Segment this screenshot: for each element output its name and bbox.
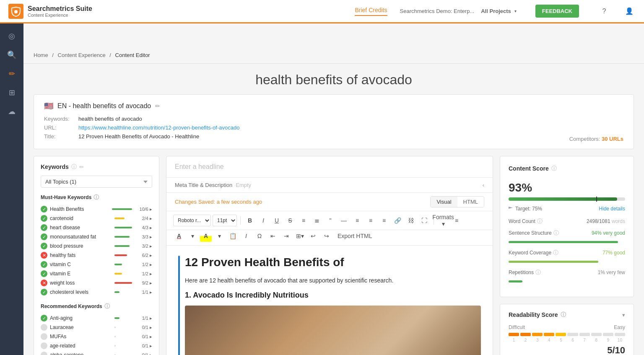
kw-name: vitamin C: [50, 262, 112, 267]
sidebar-cloud-icon[interactable]: ☁: [3, 103, 20, 120]
score-bar: [509, 197, 625, 201]
table-button[interactable]: ⊞▾: [294, 230, 306, 242]
url-label: URL:: [44, 124, 73, 131]
account-selector[interactable]: Searchmetrics Demo: Enterp... All Projec…: [400, 8, 517, 14]
hide-details-button[interactable]: Hide details: [599, 206, 625, 212]
diff-segment-7: [579, 333, 590, 336]
clear-format-button[interactable]: I: [240, 230, 252, 242]
feedback-button[interactable]: FEEDBACK: [535, 5, 579, 18]
indent-decrease-button[interactable]: ⇤: [267, 230, 279, 242]
info-bar-left: 🇺🇸 EN - health benefits of avocado ✏ Key…: [44, 101, 553, 142]
visual-view-button[interactable]: Visual: [431, 197, 457, 207]
strikethrough-button[interactable]: S: [284, 215, 296, 226]
redo-button[interactable]: ↪: [321, 230, 332, 242]
logo: Searchmetrics Suite Content Experience: [8, 4, 92, 19]
keywords-panel-title: Keywords: [41, 163, 69, 170]
unlink-button[interactable]: ⛓: [405, 215, 417, 226]
kw-check-icon: [41, 333, 47, 340]
kw-check-icon: ✓: [41, 224, 47, 231]
kw-bar: [112, 208, 132, 210]
keywords-info-icon[interactable]: ⓘ: [71, 163, 77, 171]
word-count-value: 2498/1081 words: [587, 218, 625, 224]
keyword-info-icon[interactable]: ⓘ: [553, 249, 558, 257]
recommended-info-icon[interactable]: ⓘ: [104, 303, 110, 310]
breadcrumb-sep2: /: [109, 52, 112, 58]
divider-button[interactable]: —: [338, 215, 350, 226]
breadcrumb-content-experience[interactable]: Content Experience: [58, 52, 106, 58]
sentence-info-icon[interactable]: ⓘ: [553, 229, 559, 237]
repetitions-label: Repetitions ⓘ: [509, 269, 541, 276]
sidebar-edit-icon[interactable]: ✏: [3, 65, 20, 82]
unordered-list-button[interactable]: ≡: [298, 215, 309, 226]
link-button[interactable]: 🔗: [392, 215, 403, 226]
keywords-edit-button[interactable]: ✏: [79, 164, 84, 170]
export-html-button[interactable]: Export HTML: [334, 230, 375, 242]
font-size-select[interactable]: 11pt: [213, 215, 237, 226]
tick-7: 7: [579, 338, 590, 342]
sidebar-network-icon[interactable]: ⊞: [3, 84, 20, 101]
bg-color-chevron[interactable]: ▾: [213, 230, 225, 242]
underline-button[interactable]: U: [271, 215, 283, 226]
url-value[interactable]: https://www.healthline.com/nutrition/12-…: [78, 124, 239, 131]
topic-selector[interactable]: All Topics (1): [41, 176, 152, 188]
align-center-button[interactable]: ≡: [365, 215, 377, 226]
word-count-info-icon[interactable]: ⓘ: [537, 218, 543, 225]
quote-button[interactable]: ": [325, 215, 336, 226]
font-color-chevron[interactable]: ▾: [187, 230, 198, 242]
editor-content[interactable]: 12 Proven Health Benefits of Here are 12…: [166, 246, 493, 355]
font-family-select[interactable]: Roboto r...: [173, 215, 211, 226]
repetitions-info-icon[interactable]: ⓘ: [535, 269, 541, 276]
breadcrumb-current: Content Editor: [115, 52, 150, 58]
recommended-section-title: Recommended Keywords ⓘ: [41, 303, 152, 310]
kw-bar: [114, 245, 130, 247]
readability-info-icon[interactable]: ⓘ: [561, 311, 566, 319]
special-char-button[interactable]: Ω: [254, 230, 265, 242]
sidebar-analytics-icon[interactable]: ◎: [3, 28, 20, 44]
sentence-structure-value: 94% very good: [592, 230, 625, 236]
user-icon[interactable]: 👤: [623, 5, 636, 18]
kw-bar-container: [114, 345, 140, 347]
kw-check-icon: ✓: [41, 289, 47, 295]
readability-toggle-icon[interactable]: ▾: [622, 312, 625, 318]
edit-title-button[interactable]: ✏: [155, 103, 160, 109]
indent-increase-button[interactable]: ⇥: [280, 230, 292, 242]
keywords-panel-header: Keywords ⓘ ✏: [41, 163, 152, 171]
bold-button[interactable]: B: [244, 215, 256, 226]
score-info-icon[interactable]: ⓘ: [551, 165, 557, 172]
tick-6: 6: [567, 338, 578, 342]
html-view-button[interactable]: HTML: [457, 197, 484, 207]
help-icon[interactable]: ?: [598, 5, 610, 18]
align-right-button[interactable]: ≡: [378, 215, 390, 226]
fullscreen-button[interactable]: ⛶: [418, 215, 430, 226]
copy-format-button[interactable]: 📋: [227, 230, 239, 242]
kw-bar: [114, 336, 116, 337]
title-row: Title: 12 Proven Health Benefits of Avoc…: [44, 133, 553, 140]
undo-button[interactable]: ↩: [307, 230, 319, 242]
kw-bar-container: [114, 273, 140, 275]
font-color-button[interactable]: A: [173, 230, 185, 242]
chevron-down-icon: ▾: [514, 9, 517, 13]
logo-title: Searchmetrics Suite: [28, 5, 92, 13]
kw-bar-container: [114, 218, 140, 219]
page-title-bar: health benefits of avocado: [23, 64, 644, 94]
info-bar-right: Competitors: 30 URLs: [569, 136, 623, 142]
editor-headline-input[interactable]: Enter a headline: [166, 156, 493, 178]
editor-toolbar: Roboto r... 11pt B I U S ≡ ≣ " — ≡ ≡: [166, 211, 493, 230]
meta-toggle-icon[interactable]: ‹: [483, 182, 484, 188]
kw-bar-container: [114, 254, 140, 256]
brief-credits-nav[interactable]: Brief Credits: [355, 7, 387, 16]
sidebar-search-icon[interactable]: 🔍: [3, 47, 20, 63]
must-have-info-icon[interactable]: ⓘ: [93, 194, 99, 201]
diff-segment-5: [556, 333, 566, 336]
italic-button[interactable]: I: [257, 215, 269, 226]
sentence-structure-label: Sentence Structure ⓘ: [509, 229, 559, 237]
formats-button[interactable]: Formats ▾: [437, 215, 449, 226]
title-label: Title:: [44, 133, 73, 140]
kw-count: 4/3 ▸: [142, 225, 152, 231]
ordered-list-button[interactable]: ≣: [311, 215, 323, 226]
competitors-count[interactable]: 30 URLs: [602, 136, 623, 142]
more-options-button[interactable]: ≡: [451, 215, 462, 226]
bg-color-button[interactable]: A: [200, 230, 212, 242]
breadcrumb-home[interactable]: Home: [34, 52, 48, 58]
align-left-button[interactable]: ≡: [351, 215, 363, 226]
